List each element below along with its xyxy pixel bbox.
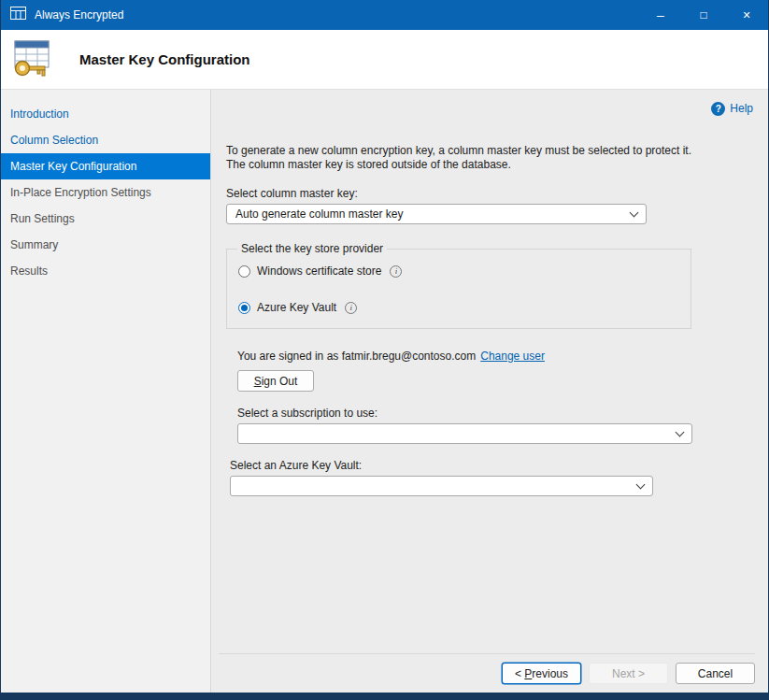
subscription-select[interactable] — [237, 423, 692, 444]
previous-button[interactable]: < Previous — [502, 663, 581, 684]
window-bottom-border — [1, 693, 768, 700]
column-master-key-label: Select column master key: — [226, 187, 753, 200]
help-link[interactable]: Help — [730, 102, 753, 115]
key-vault-section: Select an Azure Key Vault: — [230, 459, 753, 496]
sidebar-item-summary[interactable]: Summary — [1, 232, 210, 258]
page-title: Master Key Configuration — [79, 51, 250, 67]
signed-in-text: You are signed in as fatmir.bregu@contos… — [237, 350, 476, 363]
key-store-provider-group: Select the key store provider Windows ce… — [226, 249, 691, 329]
intro-text: To generate a new column encryption key,… — [226, 144, 705, 172]
radio-windows-certificate-store[interactable]: Windows certificate store — [238, 264, 691, 278]
help-row: Help — [226, 101, 753, 116]
chevron-down-icon — [636, 479, 646, 489]
wizard-body: Introduction Column Selection Master Key… — [1, 90, 768, 693]
radio-azure-key-vault-label: Azure Key Vault — [257, 301, 336, 314]
sign-out-button[interactable]: Sign Out — [237, 370, 314, 392]
chevron-down-icon — [630, 207, 639, 217]
radio-selected-icon[interactable] — [238, 302, 250, 314]
change-user-link[interactable]: Change user — [480, 350, 545, 363]
sidebar-item-introduction[interactable]: Introduction — [1, 101, 210, 127]
title-bar: Always Encrypted – □ ✕ — [1, 0, 768, 30]
chevron-down-icon — [676, 427, 685, 436]
azure-sign-in-section: You are signed in as fatmir.bregu@contos… — [237, 350, 753, 444]
sidebar-item-results[interactable]: Results — [1, 258, 210, 284]
radio-unselected-icon[interactable] — [238, 265, 250, 278]
info-icon[interactable] — [390, 265, 402, 278]
window-controls: – □ ✕ — [639, 0, 768, 30]
subscription-label: Select a subscription to use: — [237, 407, 753, 420]
column-master-key-select[interactable]: Auto generate column master key — [226, 204, 647, 224]
wizard-footer: < Previous Next > Cancel — [219, 653, 755, 693]
wizard-header: Master Key Configuration — [1, 30, 768, 90]
radio-windows-certificate-store-label: Windows certificate store — [257, 264, 381, 278]
maximize-icon: □ — [700, 8, 706, 21]
column-master-key-value: Auto generate column master key — [235, 207, 403, 221]
app-icon — [10, 7, 26, 23]
close-button[interactable]: ✕ — [725, 0, 768, 30]
sidebar-item-run-settings[interactable]: Run Settings — [1, 206, 210, 232]
help-icon[interactable] — [711, 102, 725, 116]
maximize-button[interactable]: □ — [682, 0, 725, 30]
signed-in-row: You are signed in as fatmir.bregu@contos… — [237, 350, 753, 363]
sidebar-item-column-selection[interactable]: Column Selection — [1, 127, 210, 153]
minimize-icon: – — [657, 7, 664, 22]
main-content: Help To generate a new column encryption… — [211, 90, 768, 693]
key-vault-label: Select an Azure Key Vault: — [230, 459, 753, 472]
close-icon: ✕ — [742, 9, 750, 21]
sidebar-item-master-key-configuration[interactable]: Master Key Configuration — [1, 153, 210, 179]
info-icon[interactable] — [345, 302, 357, 314]
sidebar-item-in-place-encryption[interactable]: In-Place Encryption Settings — [1, 179, 210, 206]
table-key-icon — [10, 38, 53, 81]
cancel-button[interactable]: Cancel — [676, 663, 755, 684]
radio-azure-key-vault[interactable]: Azure Key Vault — [238, 301, 691, 314]
key-vault-select[interactable] — [230, 476, 653, 496]
minimize-button[interactable]: – — [639, 0, 682, 30]
window-title: Always Encrypted — [35, 8, 123, 21]
wizard-steps-sidebar: Introduction Column Selection Master Key… — [1, 90, 211, 693]
key-store-provider-group-label: Select the key store provider — [237, 242, 387, 255]
always-encrypted-wizard-window: Always Encrypted – □ ✕ — [0, 0, 769, 700]
next-button[interactable]: Next > — [589, 663, 668, 684]
